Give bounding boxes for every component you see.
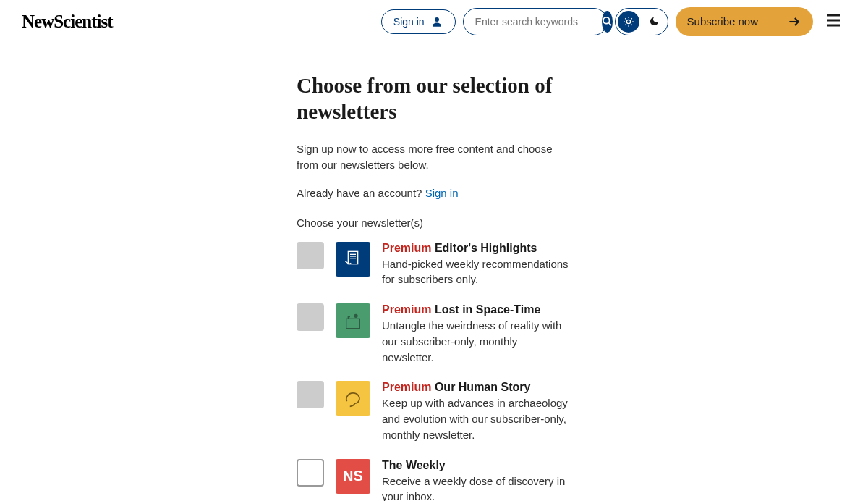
newsletter-item: Premium Lost in Space-TimeUntangle the w… (297, 303, 571, 365)
svg-line-2 (608, 22, 611, 25)
intro-text: Sign up now to access more free content … (297, 141, 571, 174)
svg-line-8 (625, 18, 626, 19)
search-input[interactable] (475, 16, 602, 28)
newsletter-icon (336, 303, 370, 338)
user-icon (430, 15, 443, 28)
header-actions: Sign in Subscribe now (381, 7, 846, 36)
newsletter-title-text: Editor's Highlights (435, 242, 537, 254)
svg-point-21 (354, 314, 357, 317)
choose-label: Choose your newsletter(s) (297, 216, 571, 229)
logo[interactable]: NewScientist (22, 12, 112, 32)
subscribe-label: Subscribe now (687, 15, 758, 28)
newsletter-desc: Untangle the weirdness of reality with o… (382, 318, 571, 365)
svg-point-3 (626, 20, 630, 23)
svg-line-10 (625, 24, 626, 25)
sun-icon (618, 11, 639, 33)
newsletter-title: The Weekly (382, 459, 571, 472)
menu-button[interactable] (820, 9, 846, 34)
svg-line-9 (631, 24, 631, 25)
search-box[interactable] (463, 8, 608, 35)
signin-button[interactable]: Sign in (381, 9, 456, 34)
subscribe-button[interactable]: Subscribe now (676, 7, 813, 36)
moon-icon (644, 11, 665, 33)
newsletter-title-text: Lost in Space-Time (435, 303, 540, 316)
signin-label: Sign in (393, 16, 425, 28)
premium-badge: Premium (382, 381, 435, 393)
svg-line-11 (631, 18, 631, 19)
newsletter-desc: Hand-picked weekly recommendations for s… (382, 256, 571, 288)
newsletter-text: Premium Lost in Space-TimeUntangle the w… (382, 303, 571, 365)
newsletter-desc: Receive a weekly dose of discovery in yo… (382, 473, 571, 502)
svg-point-1 (603, 17, 609, 24)
newsletter-checkbox (297, 242, 324, 269)
newsletter-title-text: The Weekly (382, 459, 446, 471)
arrow-right-icon (787, 14, 801, 29)
newsletter-icon: NS (336, 459, 370, 494)
newsletter-icon (336, 242, 370, 277)
theme-toggle[interactable] (615, 8, 668, 35)
signin-link[interactable]: Sign in (425, 187, 459, 199)
account-prefix: Already have an account? (297, 187, 425, 199)
premium-badge: Premium (382, 303, 435, 316)
account-line: Already have an account? Sign in (297, 187, 571, 199)
newsletter-item: NSThe WeeklyReceive a weekly dose of dis… (297, 459, 571, 502)
newsletter-title-text: Our Human Story (435, 381, 530, 393)
svg-point-0 (435, 17, 439, 22)
main-content: Choose from our selection of newsletters… (282, 72, 586, 501)
newsletter-checkbox[interactable] (297, 459, 324, 487)
newsletter-icon (336, 381, 370, 416)
newsletter-checkbox (297, 303, 324, 331)
newsletter-text: The WeeklyReceive a weekly dose of disco… (382, 459, 571, 502)
search-button[interactable] (602, 11, 613, 33)
newsletter-title: Premium Editor's Highlights (382, 242, 571, 255)
newsletter-item: Premium Editor's HighlightsHand-picked w… (297, 242, 571, 288)
newsletter-text: Premium Our Human StoryKeep up with adva… (382, 381, 571, 442)
newsletter-title: Premium Our Human Story (382, 381, 571, 394)
top-header: NewScientist Sign in Subscribe now (0, 0, 868, 43)
newsletter-checkbox (297, 381, 324, 408)
page-title: Choose from our selection of newsletters (297, 72, 571, 125)
svg-rect-20 (346, 319, 360, 328)
newsletter-title: Premium Lost in Space-Time (382, 303, 571, 316)
newsletter-text: Premium Editor's HighlightsHand-picked w… (382, 242, 571, 288)
hamburger-icon (823, 12, 843, 29)
newsletter-desc: Keep up with advances in archaeology and… (382, 395, 571, 442)
newsletter-list: Premium Editor's HighlightsHand-picked w… (297, 242, 571, 502)
newsletter-item: Premium Our Human StoryKeep up with adva… (297, 381, 571, 442)
search-icon (602, 16, 613, 27)
premium-badge: Premium (382, 242, 435, 254)
